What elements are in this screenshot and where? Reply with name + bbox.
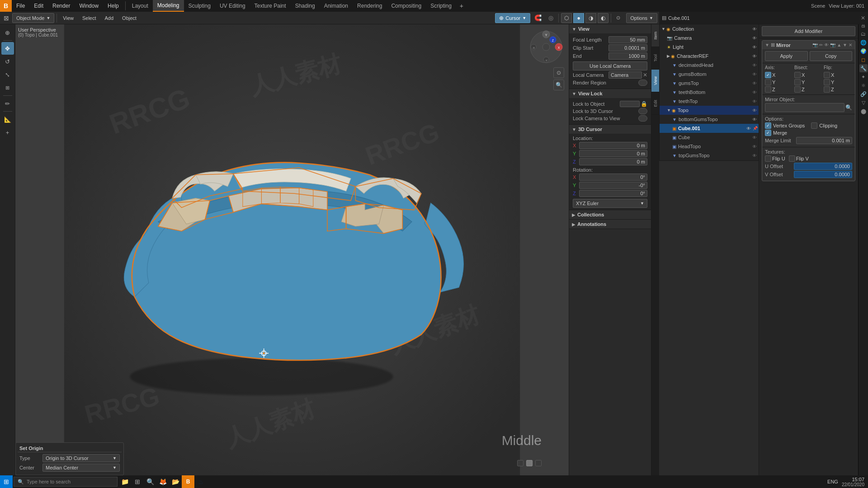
- tool-rotate[interactable]: ↺: [1, 55, 14, 68]
- props-particles-tab[interactable]: ✦: [859, 73, 868, 81]
- add-btn[interactable]: Add: [101, 13, 118, 23]
- workspace-tab-shading[interactable]: Shading: [291, 0, 320, 12]
- windows-start-btn[interactable]: ⊞: [0, 475, 13, 488]
- workspace-tab-animation[interactable]: Animation: [320, 0, 353, 12]
- render-menu[interactable]: Render: [48, 0, 75, 12]
- lock-camera-toggle[interactable]: [638, 115, 647, 122]
- tool-move[interactable]: ✥: [1, 42, 14, 55]
- outliner-characterref[interactable]: ▶ ◉ CharacterREF 👁: [660, 52, 759, 61]
- outliner-collection[interactable]: ▼ ◉ Collection 👁: [660, 24, 759, 33]
- mode-selector[interactable]: Object Mode ▼: [12, 13, 54, 23]
- workspace-tab-scripting[interactable]: Scripting: [426, 0, 456, 12]
- taskbar-blender-icon[interactable]: B: [182, 475, 194, 488]
- outliner-decimatedhead[interactable]: ▼ decimatedHead 👁: [660, 61, 759, 70]
- outliner-light[interactable]: ☀ Light 👁: [660, 42, 759, 52]
- outliner-topgumstopo[interactable]: ▼ topGumsTopo 👁: [660, 151, 759, 160]
- add-modifier-btn[interactable]: Add Modifier: [762, 26, 855, 36]
- taskbar-folder-icon[interactable]: 📂: [169, 475, 182, 488]
- mirror-render[interactable]: 📷: [830, 42, 835, 47]
- props-object-tab[interactable]: ◻: [859, 56, 868, 64]
- view-lock-header[interactable]: ▼ View Lock: [569, 89, 651, 98]
- mirror-object-pick[interactable]: 🔍: [845, 104, 852, 111]
- props-world-tab[interactable]: 🌍: [859, 47, 868, 55]
- options-btn[interactable]: Options ▼: [626, 13, 657, 23]
- mirror-modifier-header[interactable]: ▼ ⊞ Mirror 📷 ✏ 👁 📷 ▲ ▼ ✕: [762, 41, 855, 49]
- shading-material[interactable]: ◑: [585, 13, 596, 23]
- taskbar-steam-icon[interactable]: ♨: [194, 475, 207, 488]
- npanel-tab-edit[interactable]: Edit: [651, 92, 659, 115]
- tool-scale[interactable]: ⤡: [1, 68, 14, 81]
- collections-header[interactable]: ▶ Collections: [569, 210, 651, 219]
- bisect-y-check[interactable]: [794, 79, 801, 85]
- search-bar[interactable]: 🔍 Type here to search: [14, 477, 118, 487]
- lock-3d-cursor-toggle[interactable]: [638, 108, 647, 114]
- outliner-gumstop[interactable]: ▼ gumsTop 👁: [660, 79, 759, 88]
- view-btn[interactable]: View: [59, 13, 77, 23]
- annotations-header[interactable]: ▶ Annotations: [569, 220, 651, 229]
- local-camera-value[interactable]: Camera: [609, 71, 642, 79]
- outliner-teethbottom[interactable]: ▼ teethBottom 👁: [660, 88, 759, 97]
- mirror-move-up[interactable]: ▲: [837, 42, 841, 47]
- lock-to-object-field[interactable]: [620, 101, 640, 107]
- props-data-tab[interactable]: ▽: [859, 99, 868, 107]
- tool-transform[interactable]: ⊞: [1, 81, 14, 94]
- props-physics-tab[interactable]: ⚛: [859, 81, 868, 89]
- taskbar-file-icon[interactable]: 📁: [118, 475, 131, 488]
- mirror-edit-btn[interactable]: ✏: [819, 42, 823, 47]
- workspace-tab-compositing[interactable]: Compositing: [387, 0, 426, 12]
- cursor-y-val[interactable]: 0 m: [579, 150, 647, 157]
- axis-y-check[interactable]: [765, 79, 771, 85]
- cursor-rz-val[interactable]: 0°: [579, 190, 647, 197]
- props-scene-tab[interactable]: 🌐: [859, 38, 868, 47]
- proportional-btn[interactable]: ◎: [546, 13, 556, 23]
- outliner-teethtop[interactable]: ▼ teethTop 👁: [660, 97, 759, 106]
- render-region-toggle[interactable]: [638, 80, 647, 86]
- workspace-tab-rendering[interactable]: Rendering: [353, 0, 387, 12]
- cursor-z-val[interactable]: 0 m: [579, 158, 647, 165]
- select-btn[interactable]: Select: [79, 13, 100, 23]
- axis-z-check[interactable]: [765, 86, 771, 93]
- vertex-groups-check[interactable]: ✓: [765, 122, 771, 129]
- npanel-tab-tool[interactable]: Tool: [651, 47, 659, 70]
- rotation-mode-selector[interactable]: XYZ Euler ▼: [573, 199, 647, 208]
- shading-solid[interactable]: ●: [573, 13, 584, 23]
- taskbar-search-icon[interactable]: 🔍: [144, 475, 156, 488]
- popup-type-value[interactable]: Origin to 3D Cursor ▼: [42, 454, 120, 462]
- mirror-object-field[interactable]: [765, 103, 844, 112]
- workspace-tab-texture[interactable]: Texture Paint: [250, 0, 291, 12]
- taskbar-task-icon[interactable]: ⊞: [131, 475, 144, 488]
- workspace-tab-sculpting[interactable]: Sculpting: [184, 0, 215, 12]
- props-constraints-tab[interactable]: 🔗: [859, 90, 868, 98]
- blender-logo[interactable]: B: [0, 0, 12, 12]
- bisect-x-check[interactable]: [794, 72, 801, 78]
- overlay-btn[interactable]: ⊙: [613, 13, 623, 23]
- cursor-dropdown[interactable]: ⊕ Cursor ▼: [495, 13, 530, 23]
- mirror-vis1[interactable]: 👁: [824, 42, 829, 47]
- cursor-section-header[interactable]: ▼ 3D Cursor: [569, 125, 651, 134]
- cursor-ry-val[interactable]: -0°: [579, 182, 647, 189]
- props-modifier-tab[interactable]: 🔧: [859, 64, 868, 72]
- outliner-gumsbottom[interactable]: ▼ gumsBottom 👁: [660, 70, 759, 79]
- clip-end-value[interactable]: 1000 m: [609, 52, 647, 60]
- bisect-z-check[interactable]: [794, 86, 801, 93]
- u-offset-value[interactable]: 0.0000: [794, 163, 852, 170]
- shading-wire[interactable]: ⬡: [561, 13, 572, 23]
- taskbar-firefox-icon[interactable]: 🦊: [156, 475, 169, 488]
- outliner-cube001[interactable]: ▣ Cube.001 👁 📌: [660, 124, 759, 133]
- npanel-tab-view[interactable]: View: [651, 70, 659, 92]
- popup-center-value[interactable]: Median Center ▼: [42, 464, 120, 472]
- flip-x-check[interactable]: [824, 72, 830, 78]
- tool-annotate[interactable]: ✏: [1, 97, 14, 110]
- tool-add[interactable]: +: [1, 126, 14, 139]
- nav-widget[interactable]: Y X -X -Y Z: [528, 29, 564, 65]
- help-menu[interactable]: Help: [103, 0, 123, 12]
- add-workspace-btn[interactable]: +: [456, 0, 467, 12]
- local-camera-clear[interactable]: ✕: [643, 72, 647, 78]
- copy-btn[interactable]: Copy: [810, 51, 853, 61]
- props-view-tab[interactable]: 🗂: [859, 30, 868, 38]
- viewport[interactable]: User Perspective (0) Topo | Cube.001 Y X…: [15, 24, 569, 475]
- axis-x-check[interactable]: ✓: [765, 72, 771, 78]
- npanel-tab-item[interactable]: Item: [651, 24, 659, 47]
- clip-start-value[interactable]: 0.0001 m: [609, 44, 647, 52]
- outliner-camera[interactable]: 📷 Camera 👁: [660, 33, 759, 42]
